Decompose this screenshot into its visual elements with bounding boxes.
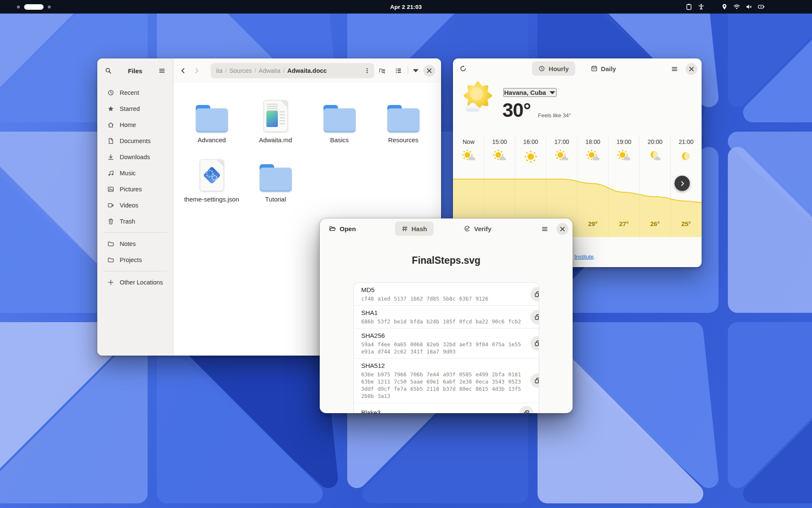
sidebar-item-label: Recent [120,89,139,96]
sidebar-item-label: Projects [120,257,142,263]
sidebar-item-label: Pictures [120,186,142,193]
breadcrumb-separator: / [253,67,258,74]
weather-menu-button[interactable] [668,62,681,76]
sidebar-item-music[interactable]: Music [100,165,170,181]
folder-icon [107,240,114,247]
location-selector[interactable]: Havana, Cuba [503,88,557,97]
system-status-area[interactable] [685,0,765,14]
tab-hourly-label: Hourly [549,65,569,72]
hash-dialog-header[interactable]: Open Hash Verify [320,218,573,239]
hamburger-icon [671,66,678,72]
tab-open[interactable]: Open [325,221,360,236]
list-view-button[interactable] [392,64,405,77]
forward-button[interactable] [190,64,203,77]
file-item-basics[interactable]: Basics [307,92,371,151]
sidebar-item-home[interactable]: Home [100,117,170,133]
sidebar-item-recent[interactable]: Recent [100,85,170,101]
close-icon [426,67,433,74]
clipboard-icon[interactable] [685,3,692,11]
sidebar-item-other-locations[interactable]: Other Locations [100,274,170,290]
sidebar-item-notes[interactable]: Notes [100,236,170,252]
file-item-theme-settings-json[interactable]: theme-settings.json [180,152,244,210]
hour-label: 16:00 [523,138,538,145]
hamburger-icon [541,226,548,232]
current-folder-menu-button[interactable] [362,65,373,76]
hour-label: 18:00 [585,138,600,145]
search-button[interactable] [102,64,115,77]
copy-icon [523,410,530,413]
volume-muted-icon [745,3,752,11]
file-item-label: Adwaita.md [259,136,292,144]
sidebar-item-videos[interactable]: Videos [100,197,170,213]
copy-hash-button[interactable] [530,310,539,324]
breadcrumb-segment[interactable]: Sources [228,67,253,74]
copy-hash-button[interactable] [530,373,539,388]
copy-hash-button[interactable] [519,406,534,413]
scroll-next-button[interactable] [675,176,690,191]
view-options-dropdown[interactable] [411,64,421,77]
hour-column-now: Now [453,135,484,176]
tab-hourly[interactable]: Hourly [532,61,575,76]
close-button[interactable] [557,223,568,235]
hash-value: 636e b975 7966 706b 7e44 a93f 0585 e499 … [361,371,527,400]
sidebar-item-pictures[interactable]: Pictures [100,181,170,197]
hour-label: Now [463,138,475,145]
tab-open-label: Open [340,225,356,232]
sun-cloud-icon [585,149,601,166]
hash-row-sha512: SHA512 636e b975 7966 706b 7e44 a93f 058… [354,359,539,403]
hash-value: 686b 53f2 be1d bfda b24b 185f 0fcd ba22 … [361,318,527,325]
file-item-resources[interactable]: Resources [371,92,435,151]
attribution-link[interactable]: Institute [574,254,594,260]
sidebar-item-label: Notes [120,240,136,247]
top-bar: Apr 2 21:03 [0,0,812,14]
tab-daily[interactable]: Daily [584,61,623,76]
breadcrumb-current[interactable]: Adwaita.docc [286,67,328,74]
file-item-tutorial[interactable]: Tutorial [244,152,307,210]
tab-verify-label: Verify [474,225,491,232]
sun-icon [523,149,538,166]
sidebar-item-trash[interactable]: Trash [100,213,170,229]
copy-hash-button[interactable] [530,287,539,301]
close-button[interactable] [423,65,435,77]
sidebar-item-documents[interactable]: Documents [100,133,170,149]
hash-menu-button[interactable] [538,222,551,236]
copy-icon [534,340,539,347]
breadcrumb-separator: / [224,67,228,74]
hour-label: 21:00 [679,138,694,145]
sidebar-item-projects[interactable]: Projects [100,252,170,268]
back-button[interactable] [176,64,190,77]
star-icon [107,105,114,112]
sidebar-item-label: Other Locations [120,279,163,286]
file-item-adwaita-md[interactable]: Adwaita.md [244,92,307,151]
location-label: Havana, Cuba [504,89,546,96]
sidebar-item-downloads[interactable]: Downloads [100,149,170,165]
hash-row-blake3: Blake3 [354,403,539,413]
files-header-bar[interactable]: ita/Sources/Adwaita/Adwaita.docc [173,58,441,83]
hash-algorithm-label: SHA256 [361,331,527,340]
breadcrumb-segment[interactable]: ita [215,67,224,74]
tab-daily-label: Daily [601,65,616,72]
hour-temp-label: 25° [671,220,702,227]
tab-verify[interactable]: Verify [458,221,498,236]
tab-hash[interactable]: Hash [395,221,433,236]
files-sidebar-header[interactable]: Files [97,58,173,83]
clock-icon [107,89,114,96]
hour-column-1800: 18:00 [577,135,609,176]
sidebar-divider [103,271,167,271]
sidebar-item-label: Starred [120,105,140,112]
file-item-advanced[interactable]: Advanced [180,92,244,151]
search-folder-button[interactable] [376,64,389,77]
copy-hash-button[interactable] [530,336,539,351]
breadcrumb-segment[interactable]: Adwaita [258,67,282,74]
close-button[interactable] [686,63,697,75]
breadcrumb[interactable]: ita/Sources/Adwaita/Adwaita.docc [211,63,374,78]
hour-temp-label: 27° [609,220,640,227]
hour-temp-label: 26° [639,220,671,227]
sidebar-item-starred[interactable]: Starred [100,101,170,117]
file-item-label: Basics [330,136,348,144]
files-menu-button[interactable] [155,64,169,77]
sun-cloud-icon [616,149,631,166]
accessibility-icon[interactable] [697,3,705,11]
hourly-forecast-row: Now 15:00 16:00 17:00 18:00 19:00 20:00 … [453,135,702,176]
weather-header-bar[interactable]: Hourly Daily [453,58,702,79]
